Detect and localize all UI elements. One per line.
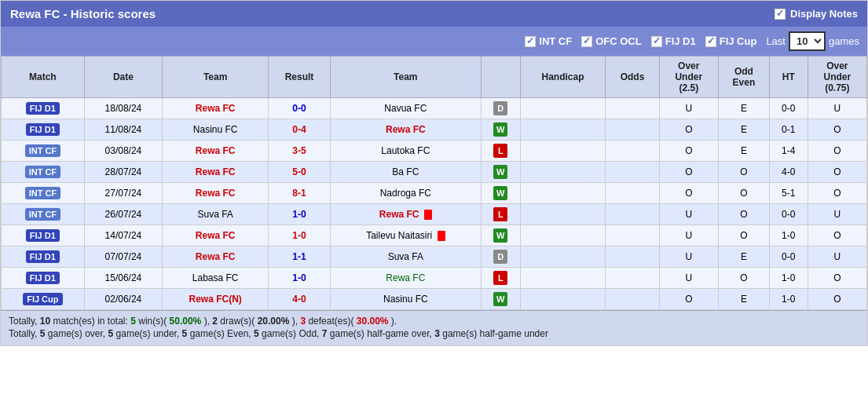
summary-totally2: Totally, [9, 328, 40, 339]
table-row: FIJ Cup 02/06/24 Rewa FC(N) 4-0 Nasinu F… [2, 289, 867, 310]
filter-intcf[interactable]: INT CF [525, 35, 572, 47]
team2-cell: Rewa FC [330, 268, 481, 289]
col-ht: HT [769, 57, 808, 98]
odd-even-cell: E [718, 119, 769, 141]
match-badge-cell: FIJ D1 [2, 268, 85, 289]
fijd1-checkbox[interactable] [651, 36, 662, 47]
ht-cell: 0-0 [769, 204, 808, 225]
summary-line2: Totally, 5 game(s) over, 5 game(s) under… [9, 328, 859, 339]
summary-win-text: win(s)( [138, 316, 167, 327]
match-badge-cell: INT CF [2, 141, 85, 162]
summary-mid: match(es) in total: [53, 316, 131, 327]
last-games-select[interactable]: 10 20 30 [789, 31, 826, 51]
col-result: Result [269, 57, 331, 98]
fijd1-label: FIJ D1 [665, 35, 696, 47]
summary-defeats: 3 [300, 316, 306, 327]
col-team1: Team [163, 57, 269, 98]
ofcocl-label: OFC OCL [595, 35, 642, 47]
summary-defeat-close: ). [391, 316, 397, 327]
filter-ofcocl[interactable]: OFC OCL [581, 35, 642, 47]
summary-totally1: Totally, [9, 316, 40, 327]
over-under-cell: O [659, 162, 718, 183]
team2-cell: Nadroga FC [330, 183, 481, 204]
ht-cell: 0-0 [769, 98, 808, 119]
date-cell: 02/06/24 [84, 289, 162, 310]
result-cell: 4-0 [269, 289, 331, 310]
odd-even-cell: O [718, 204, 769, 225]
intcf-checkbox[interactable] [525, 36, 536, 47]
odds-cell [606, 98, 659, 119]
team1-cell: Rewa FC [163, 98, 269, 119]
result-cell: 1-0 [269, 268, 331, 289]
date-cell: 07/07/24 [84, 247, 162, 268]
match-badge: FIJ D1 [26, 272, 60, 284]
team2-cell: Nasinu FC [330, 289, 481, 310]
header-bar: Rewa FC - Historic scores Display Notes [1, 1, 867, 27]
odd-even-cell: E [718, 141, 769, 162]
summary-draw-text: draw(s)( [220, 316, 255, 327]
outcome-cell: W [481, 119, 520, 141]
outcome-cell: W [481, 162, 520, 183]
table-row: FIJ D1 14/07/24 Rewa FC 1-0 Tailevu Nait… [2, 225, 867, 247]
ht-cell: 1-0 [769, 289, 808, 310]
match-badge: FIJ D1 [26, 102, 60, 115]
table-row: INT CF 27/07/24 Rewa FC 8-1 Nadroga FC W… [2, 183, 867, 204]
intcf-label: INT CF [539, 35, 572, 47]
handicap-cell [520, 98, 606, 119]
display-notes-label: Display Notes [790, 8, 858, 20]
outcome-cell: W [481, 289, 520, 310]
ht-cell: 0-1 [769, 119, 808, 141]
summary-defeat-text: defeat(es)( [308, 316, 353, 327]
over-under-cell: U [659, 98, 718, 119]
ht-cell: 4-0 [769, 162, 808, 183]
team2-cell: Lautoka FC [330, 141, 481, 162]
handicap-cell [520, 119, 606, 141]
match-badge-cell: FIJ D1 [2, 225, 85, 247]
outcome-badge: D [493, 250, 507, 264]
team1-cell: Rewa FC [163, 247, 269, 268]
team1-cell: Suva FA [163, 204, 269, 225]
outcome-badge: L [493, 271, 507, 285]
team2-cell: Ba FC [330, 162, 481, 183]
outcome-cell: W [481, 225, 520, 247]
team1-cell: Labasa FC [163, 268, 269, 289]
handicap-cell [520, 268, 606, 289]
summary-odd-text: game(s) Odd, [262, 328, 322, 339]
display-notes-checkbox[interactable] [775, 9, 786, 20]
ht-cell: 1-4 [769, 141, 808, 162]
ht-cell: 1-0 [769, 268, 808, 289]
col-odd-even: OddEven [718, 57, 769, 98]
table-row: INT CF 26/07/24 Suva FA 1-0 Rewa FC L U … [2, 204, 867, 225]
over-under2-cell: O [808, 289, 866, 310]
over-under-cell: U [659, 225, 718, 247]
match-badge-cell: FIJ D1 [2, 247, 85, 268]
odds-cell [606, 204, 659, 225]
match-badge-cell: INT CF [2, 162, 85, 183]
date-cell: 27/07/24 [84, 183, 162, 204]
col-odds: Odds [606, 57, 659, 98]
filter-fijcup[interactable]: FIJ Cup [705, 35, 757, 47]
team2-cell: Tailevu Naitasiri [330, 225, 481, 247]
main-container: Rewa FC - Historic scores Display Notes … [0, 0, 868, 346]
col-over-under-075: OverUnder(0.75) [808, 57, 866, 98]
summary-match-count: 10 [40, 316, 50, 327]
fijcup-checkbox[interactable] [705, 36, 716, 47]
over-under2-cell: O [808, 141, 866, 162]
summary-under: 5 [108, 328, 114, 339]
result-cell: 0-0 [269, 98, 331, 119]
last-label: Last [766, 35, 786, 47]
ofcocl-checkbox[interactable] [581, 36, 592, 47]
outcome-badge: W [493, 186, 507, 200]
filter-bar: INT CF OFC OCL FIJ D1 FIJ Cup Last 10 20… [1, 27, 867, 56]
outcome-badge: L [493, 144, 507, 158]
over-under2-cell: O [808, 225, 866, 247]
outcome-cell: D [481, 247, 520, 268]
odds-cell [606, 225, 659, 247]
col-team2: Team [330, 57, 481, 98]
last-games-section: Last 10 20 30 games [766, 31, 859, 51]
summary-draws: 2 [212, 316, 218, 327]
summary-under-text: game(s) under, [116, 328, 182, 339]
summary-win-close: ), [204, 316, 213, 327]
scores-table: Match Date Team Result Team Handicap Odd… [1, 56, 867, 310]
filter-fijd1[interactable]: FIJ D1 [651, 35, 696, 47]
